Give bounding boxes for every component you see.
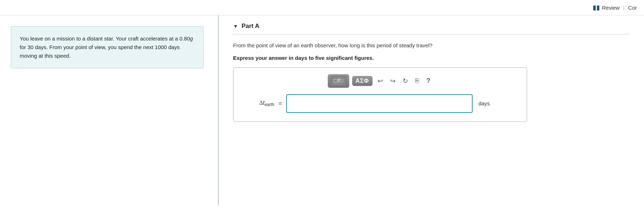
keyboard-button[interactable]: ⎘ <box>413 76 421 86</box>
equals-sign: = <box>279 100 282 107</box>
redo-icon: ↪ <box>390 77 396 85</box>
cor-label: Cor <box>628 5 637 11</box>
part-title: Part A <box>242 23 259 30</box>
answer-toolbar: □ ∜□ ΑΣΦ ↩ ↪ ↻ <box>242 74 518 88</box>
keyboard-icon: ⎘ <box>415 77 419 84</box>
answer-input[interactable] <box>286 94 473 113</box>
main-layout: You leave on a mission to a distant star… <box>0 15 644 205</box>
help-icon: ? <box>426 77 430 84</box>
problem-box: You leave on a mission to a distant star… <box>11 26 204 68</box>
redo-button[interactable]: ↪ <box>388 76 398 86</box>
review-link[interactable]: Review <box>602 5 620 11</box>
help-button[interactable]: ? <box>424 76 432 86</box>
reset-icon: ↻ <box>403 77 408 85</box>
equation-label: Δtearth <box>242 100 274 107</box>
math-sqrt-button[interactable]: □ ∜□ <box>331 76 346 86</box>
math-sqrt-icon: □ <box>334 78 337 84</box>
problem-italic: g <box>190 35 193 42</box>
divider: | <box>623 5 625 11</box>
question-text: From the point of view of an earth obser… <box>233 42 630 50</box>
right-panel: ▼ Part A From the point of view of an ea… <box>219 15 644 205</box>
delta-symbol: Δ <box>259 100 263 106</box>
top-bar-right: ▮▮ Review | Cor <box>593 4 637 11</box>
left-panel: You leave on a mission to a distant star… <box>0 15 219 205</box>
problem-text-1: You leave on a mission to a distant star… <box>20 35 190 42</box>
part-header: ▼ Part A <box>233 23 630 34</box>
unit-label: days <box>478 100 490 106</box>
instruction-text: Express your answer in days to five sign… <box>233 55 630 61</box>
undo-icon: ↩ <box>378 77 383 85</box>
answer-box: □ ∜□ ΑΣΦ ↩ ↪ ↻ <box>233 67 527 122</box>
review-icon: ▮▮ <box>593 4 600 11</box>
earth-subscript: earth <box>265 102 274 107</box>
collapse-icon[interactable]: ▼ <box>233 23 238 29</box>
symbol-label: ΑΣΦ <box>356 78 369 84</box>
reset-button[interactable]: ↻ <box>401 76 410 86</box>
top-bar: ▮▮ Review | Cor <box>0 0 644 15</box>
math-toolbar-group: □ ∜□ <box>328 74 349 88</box>
undo-button[interactable]: ↩ <box>375 76 385 86</box>
math-sqrt-label: ∜□ <box>337 78 343 83</box>
input-row: Δtearth = days <box>242 94 518 113</box>
problem-text-2: for 30 days. From your point of view, yo… <box>20 44 180 59</box>
symbol-toolbar-group[interactable]: ΑΣΦ <box>352 76 373 86</box>
